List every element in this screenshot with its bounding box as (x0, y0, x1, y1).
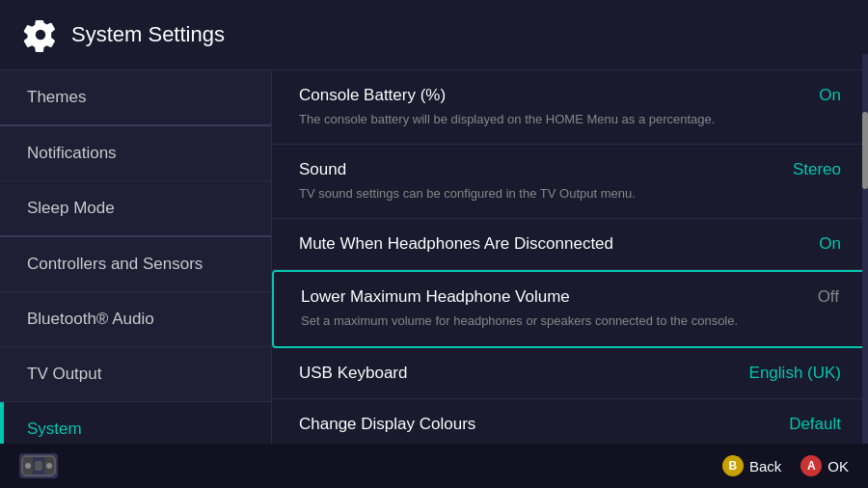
setting-mute-headphones[interactable]: Mute When Headphones Are Disconnected On (272, 219, 868, 270)
setting-label-console-battery: Console Battery (%) (299, 86, 446, 105)
setting-value-usb-keyboard: English (UK) (749, 364, 841, 383)
svg-point-4 (46, 463, 52, 469)
sidebar-item-themes[interactable]: Themes (0, 70, 271, 126)
setting-desc-sound: TV sound settings can be configured in t… (299, 185, 841, 203)
a-button-icon: A (800, 455, 822, 476)
setting-sound[interactable]: Sound Stereo TV sound settings can be co… (272, 145, 868, 219)
setting-value-mute-headphones: On (819, 234, 841, 254)
setting-value-change-display-colours: Default (789, 415, 841, 434)
setting-usb-keyboard[interactable]: USB Keyboard English (UK) (272, 348, 868, 399)
svg-point-3 (25, 463, 31, 469)
sidebar-item-tv-output[interactable]: TV Output (0, 347, 271, 402)
ok-label: OK (827, 458, 849, 474)
scrollbar-thumb[interactable] (862, 112, 868, 189)
b-button-icon: B (722, 455, 744, 476)
setting-desc-console-battery: The console battery will be displayed on… (299, 111, 841, 128)
sidebar-item-sleep-mode[interactable]: Sleep Mode (0, 181, 271, 237)
setting-console-battery[interactable]: Console Battery (%) On The console batte… (272, 70, 868, 145)
footer-right: B Back A OK (722, 455, 849, 476)
setting-label-usb-keyboard: USB Keyboard (299, 364, 407, 383)
back-label: Back (749, 458, 781, 474)
switch-icon (19, 453, 58, 478)
sidebar-item-controllers-sensors[interactable]: Controllers and Sensors (0, 237, 271, 292)
setting-label-mute-headphones: Mute When Headphones Are Disconnected (299, 234, 613, 254)
ok-button[interactable]: A OK (800, 455, 849, 476)
setting-value-console-battery: On (819, 86, 841, 105)
page-title: System Settings (71, 22, 225, 47)
setting-value-lower-volume: Off (818, 287, 839, 307)
footer: B Back A OK (0, 444, 868, 488)
header: System Settings (0, 0, 868, 70)
sidebar-item-notifications[interactable]: Notifications (0, 126, 271, 181)
sidebar-item-bluetooth-audio[interactable]: Bluetooth® Audio (0, 292, 271, 347)
setting-desc-lower-volume: Set a maximum volume for headphones or s… (301, 312, 839, 330)
setting-change-display-colours[interactable]: Change Display Colours Default (272, 399, 868, 450)
setting-label-change-display-colours: Change Display Colours (299, 415, 475, 434)
footer-left (19, 453, 58, 478)
gear-icon (23, 17, 58, 52)
main-layout: Themes Notifications Sleep Mode Controll… (0, 70, 868, 460)
sidebar: Themes Notifications Sleep Mode Controll… (0, 70, 272, 460)
setting-value-sound: Stereo (793, 160, 841, 179)
setting-lower-volume[interactable]: Lower Maximum Headphone Volume Off Set a… (272, 270, 868, 347)
back-button[interactable]: B Back (722, 455, 781, 476)
svg-rect-5 (35, 461, 42, 471)
setting-label-lower-volume: Lower Maximum Headphone Volume (301, 287, 570, 307)
scrollbar[interactable] (862, 54, 868, 444)
setting-label-sound: Sound (299, 160, 346, 179)
content-area: Console Battery (%) On The console batte… (272, 70, 868, 460)
